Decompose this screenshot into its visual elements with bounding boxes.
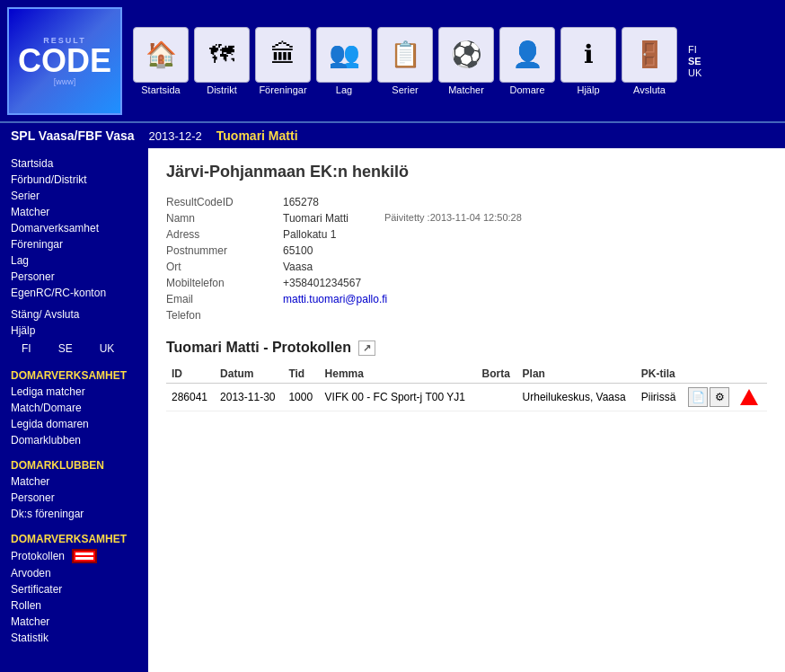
- content-area: Järvi-Pohjanmaan EK:n henkilö ResultCode…: [148, 148, 785, 672]
- sidebar-item-serier[interactable]: Serier: [0, 188, 148, 204]
- protokollen-arrow-icon: [72, 549, 97, 563]
- action-settings-button[interactable]: ⚙: [710, 387, 729, 407]
- col-actions: [683, 365, 767, 384]
- col-tid: Tid: [283, 365, 319, 384]
- sidebar-section-domarverksamhet1: DOMARVERKSAMHET: [0, 364, 148, 384]
- value-postnummer: 65100: [283, 244, 313, 257]
- sidebar-item-lediga-matcher[interactable]: Lediga matcher: [0, 384, 148, 400]
- lang-fi[interactable]: FI: [688, 44, 701, 55]
- sidebar-item-hjalp[interactable]: Hjälp: [0, 323, 148, 339]
- nav-label-hjalp: Hjälp: [577, 84, 599, 95]
- nav-item-matcher[interactable]: ⚽ Matcher: [438, 27, 494, 95]
- nav-icon-lag[interactable]: 👥: [316, 27, 372, 83]
- nav-icon-foreningar[interactable]: 🏛: [255, 27, 311, 83]
- nav-item-foreningar[interactable]: 🏛 Föreningar: [255, 27, 311, 95]
- lang-uk[interactable]: UK: [688, 67, 701, 78]
- language-links: FI SE UK: [688, 44, 701, 78]
- sidebar-item-domarverksamhet[interactable]: Domarverksamhet: [0, 220, 148, 236]
- protocol-section: Tuomari Matti - Protokollen ↗ ID Datum T…: [166, 340, 767, 411]
- sidebar-item-statistik[interactable]: Statistik: [0, 630, 148, 646]
- col-pk-tila: PK-tila: [636, 365, 684, 384]
- table-row: 286041 2013-11-30 1000 VIFK 00 - FC Spor…: [166, 384, 767, 411]
- nav-item-startsida[interactable]: 🏠 Startsida: [133, 27, 189, 95]
- nav-icon-hjalp[interactable]: ℹ: [560, 27, 616, 83]
- nav-item-distrikt[interactable]: 🗺 Distrikt: [194, 27, 250, 95]
- nav-icon-avsluta[interactable]: 🚪: [622, 27, 677, 83]
- info-row-namn: Namn Tuomari Matti Päivitetty :2013-11-0…: [166, 212, 767, 225]
- title-bar: SPL Vaasa/FBF Vasa 2013-12-2 Tuomari Mat…: [0, 121, 785, 148]
- value-ort: Vaasa: [283, 261, 313, 273]
- sidebar-item-dk-personer[interactable]: Personer: [0, 490, 148, 506]
- sidebar-item-legida-domaren[interactable]: Legida domaren: [0, 416, 148, 432]
- sidebar-item-personer[interactable]: Personer: [0, 269, 148, 285]
- nav-icon-domare[interactable]: 👤: [499, 27, 555, 83]
- lang-se[interactable]: SE: [688, 56, 701, 66]
- sidebar-item-foreningar[interactable]: Föreningar: [0, 236, 148, 252]
- info-row-ort: Ort Vaasa: [166, 261, 767, 273]
- nav-item-hjalp[interactable]: ℹ Hjälp: [560, 27, 616, 95]
- sidebar-item-arvoden[interactable]: Arvoden: [0, 565, 148, 581]
- protocol-link-icon[interactable]: ↗: [358, 340, 375, 356]
- sidebar-item-matcher2[interactable]: Matcher: [0, 614, 148, 630]
- nav-item-serier[interactable]: 📋 Serier: [377, 27, 433, 95]
- value-email[interactable]: matti.tuomari@pallo.fi: [283, 293, 387, 305]
- nav-icon-serier[interactable]: 📋: [377, 27, 433, 83]
- nav-icon-matcher[interactable]: ⚽: [438, 27, 494, 83]
- info-row-mobiltelefon: Mobiltelefon +358401234567: [166, 277, 767, 289]
- nav-label-serier: Serier: [392, 84, 418, 95]
- nav-icons-container: 🏠 Startsida 🗺 Distrikt 🏛 Föreningar 👥 La…: [133, 27, 778, 95]
- sidebar-item-dk-matcher[interactable]: Matcher: [0, 473, 148, 490]
- sidebar-item-stang[interactable]: Stäng/ Avsluta: [0, 306, 148, 323]
- cell-actions: 📄 ⚙: [683, 384, 767, 411]
- cell-pk-tila: Piirissä: [636, 384, 684, 411]
- page-title: Järvi-Pohjanmaan EK:n henkilö: [166, 163, 767, 181]
- nav-item-avsluta[interactable]: 🚪 Avsluta: [622, 27, 677, 95]
- logo[interactable]: RESULT CODE [www]: [7, 7, 122, 115]
- sidebar-item-egenrc[interactable]: EgenRC/RC-konton: [0, 285, 148, 301]
- sidebar-item-rollen[interactable]: Rollen: [0, 597, 148, 614]
- nav-item-domare[interactable]: 👤 Domare: [499, 27, 555, 95]
- nav-label-lag: Lag: [336, 84, 352, 95]
- sidebar-item-lag[interactable]: Lag: [0, 252, 148, 269]
- main-layout: Startsida Förbund/Distrikt Serier Matche…: [0, 148, 785, 672]
- sidebar-item-protokollen[interactable]: Protokollen: [0, 547, 148, 565]
- col-hemma: Hemma: [320, 365, 477, 384]
- sidebar-item-domarklubben[interactable]: Domarklubben: [0, 432, 148, 448]
- nav-icons-row: 🏠 Startsida 🗺 Distrikt 🏛 Föreningar 👥 La…: [133, 27, 778, 95]
- value-mobiltelefon: +358401234567: [283, 277, 361, 289]
- action-view-button[interactable]: 📄: [688, 387, 708, 407]
- person-info: ResultCodeID 165278 Namn Tuomari Matti P…: [166, 196, 767, 322]
- info-row-postnummer: Postnummer 65100: [166, 244, 767, 257]
- cell-id: 286041: [166, 384, 215, 411]
- sidebar-lang-fi[interactable]: FI: [11, 340, 42, 357]
- sidebar-section-domarklubben: DOMARKLUBBEN: [0, 454, 148, 473]
- logo-www-text: [www]: [54, 77, 76, 86]
- nav-icon-startsida[interactable]: 🏠: [133, 27, 189, 83]
- info-row-telefon: Telefon: [166, 309, 767, 322]
- cell-tid: 1000: [283, 384, 319, 411]
- top-navigation: RESULT CODE [www] 🏠 Startsida 🗺 Distrikt…: [0, 0, 785, 121]
- sidebar-item-sertificater[interactable]: Sertificater: [0, 581, 148, 597]
- logo-code-text: CODE: [18, 45, 111, 77]
- value-namn: Tuomari Matti: [283, 212, 348, 225]
- value-updated: Päivitetty :2013-11-04 12:50:28: [384, 212, 522, 225]
- sidebar-lang-se[interactable]: SE: [48, 340, 84, 357]
- info-row-email: Email matti.tuomari@pallo.fi: [166, 293, 767, 305]
- label-postnummer: Postnummer: [166, 244, 283, 257]
- sidebar-lang-uk[interactable]: UK: [89, 340, 126, 357]
- sidebar-item-dk-foreningar[interactable]: Dk:s föreningar: [0, 506, 148, 522]
- label-resultcodeid: ResultCodeID: [166, 196, 283, 208]
- sidebar-item-matcher[interactable]: Matcher: [0, 204, 148, 220]
- protocol-title-row: Tuomari Matti - Protokollen ↗: [166, 340, 767, 356]
- nav-label-domare: Domare: [509, 84, 544, 95]
- info-row-resultcodeid: ResultCodeID 165278: [166, 196, 767, 208]
- value-resultcodeid: 165278: [283, 196, 319, 208]
- sidebar-item-forbund-distrikt[interactable]: Förbund/Distrikt: [0, 172, 148, 188]
- title-date: 2013-12-2: [149, 129, 202, 143]
- cell-plan: Urheilukeskus, Vaasa: [517, 384, 636, 411]
- nav-icon-distrikt[interactable]: 🗺: [194, 27, 250, 83]
- sidebar-item-startsida[interactable]: Startsida: [0, 155, 148, 172]
- sidebar-item-match-domare[interactable]: Match/Domare: [0, 400, 148, 416]
- nav-item-lag[interactable]: 👥 Lag: [316, 27, 372, 95]
- label-email: Email: [166, 293, 283, 305]
